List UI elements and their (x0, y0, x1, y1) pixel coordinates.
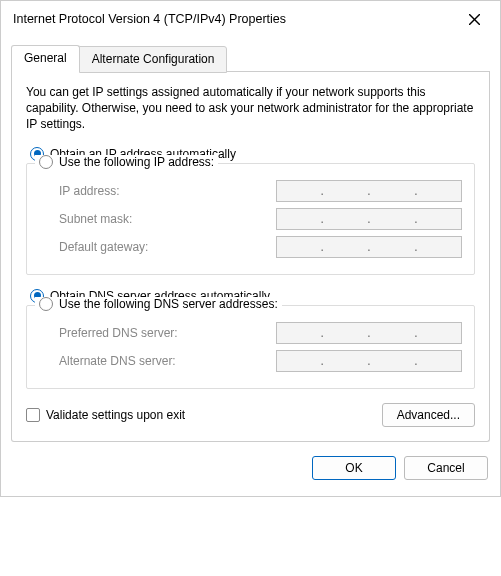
dialog-buttons: OK Cancel (11, 442, 490, 484)
radio-ip-manual[interactable]: Use the following IP address: (35, 155, 218, 169)
label-ip-address: IP address: (59, 184, 119, 198)
label-dns-preferred: Preferred DNS server: (59, 326, 178, 340)
input-dns-alternate[interactable]: ... (276, 350, 462, 372)
label-subnet: Subnet mask: (59, 212, 132, 226)
window-title: Internet Protocol Version 4 (TCP/IPv4) P… (13, 12, 286, 26)
tab-strip: General Alternate Configuration (11, 45, 490, 72)
tab-general[interactable]: General (11, 45, 80, 72)
input-subnet[interactable]: ... (276, 208, 462, 230)
radio-ip-manual-label: Use the following IP address: (59, 155, 214, 169)
radio-dns-manual[interactable]: Use the following DNS server addresses: (35, 297, 282, 311)
row-ip-address: IP address: ... (39, 180, 462, 202)
tab-alternate[interactable]: Alternate Configuration (79, 46, 228, 73)
row-gateway: Default gateway: ... (39, 236, 462, 258)
content-area: General Alternate Configuration You can … (1, 37, 500, 496)
input-dns-preferred[interactable]: ... (276, 322, 462, 344)
close-button[interactable] (458, 7, 490, 31)
close-icon (469, 14, 480, 25)
input-ip-address[interactable]: ... (276, 180, 462, 202)
label-gateway: Default gateway: (59, 240, 148, 254)
label-dns-alternate: Alternate DNS server: (59, 354, 176, 368)
group-dns-manual: Use the following DNS server addresses: … (26, 305, 475, 389)
radio-dns-manual-label: Use the following DNS server addresses: (59, 297, 278, 311)
ok-button[interactable]: OK (312, 456, 396, 480)
row-dns-alternate: Alternate DNS server: ... (39, 350, 462, 372)
tab-panel-general: You can get IP settings assigned automat… (11, 72, 490, 442)
checkbox-validate-label: Validate settings upon exit (46, 408, 185, 422)
checkbox-validate[interactable]: Validate settings upon exit (26, 408, 185, 422)
intro-text: You can get IP settings assigned automat… (26, 84, 475, 133)
input-gateway[interactable]: ... (276, 236, 462, 258)
radio-icon (39, 155, 53, 169)
radio-icon (39, 297, 53, 311)
footer-row: Validate settings upon exit Advanced... (26, 403, 475, 427)
window-root: Internet Protocol Version 4 (TCP/IPv4) P… (0, 0, 501, 497)
row-dns-preferred: Preferred DNS server: ... (39, 322, 462, 344)
row-subnet: Subnet mask: ... (39, 208, 462, 230)
group-ip-manual: Use the following IP address: IP address… (26, 163, 475, 275)
checkbox-icon (26, 408, 40, 422)
titlebar: Internet Protocol Version 4 (TCP/IPv4) P… (1, 1, 500, 37)
advanced-button[interactable]: Advanced... (382, 403, 475, 427)
cancel-button[interactable]: Cancel (404, 456, 488, 480)
